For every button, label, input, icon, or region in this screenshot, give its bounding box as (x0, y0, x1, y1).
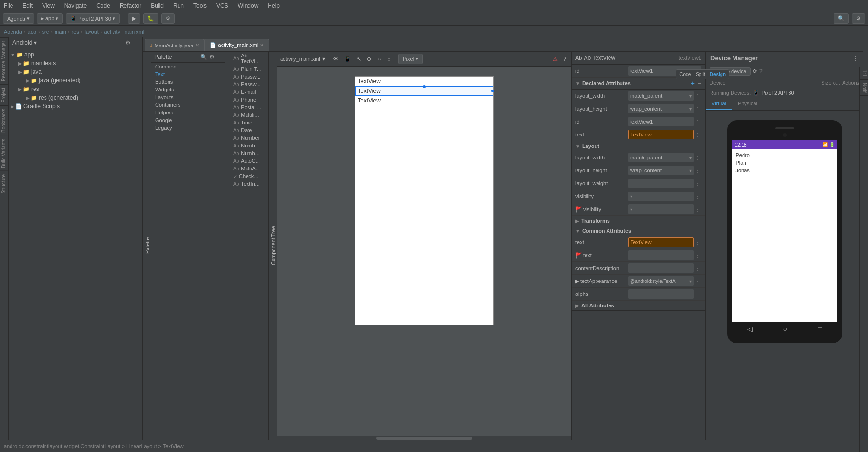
tree-item-res-generated[interactable]: ▶ 📁 res (generated) (9, 93, 142, 102)
debug-button[interactable]: 🐛 (143, 13, 158, 24)
layout-width-icon[interactable]: ⋮ (694, 154, 701, 161)
run-config-selector[interactable]: ▸ app ▾ (37, 13, 63, 24)
minimize-icon[interactable]: — (216, 54, 222, 60)
visibility-flag-dropdown[interactable]: ▾ (628, 204, 694, 214)
palette-item-multiline[interactable]: Ab Multili... (225, 111, 268, 119)
palette-category-layouts[interactable]: Layouts (151, 93, 225, 101)
textview-2[interactable]: TextView (355, 86, 493, 96)
tree-item-java-generated[interactable]: ▶ 📁 java (generated) (9, 76, 142, 85)
common-text-flag-field[interactable] (628, 250, 694, 260)
layout-weight-icon[interactable]: ⋮ (694, 180, 701, 187)
error-indicator[interactable]: ⚠ (551, 55, 560, 63)
running-device-name[interactable]: Pixel 2 API 30 (761, 90, 794, 96)
palette-item-checkbox[interactable]: ✓ Check... (225, 172, 268, 180)
build-variants-tab[interactable]: Build Variants (0, 136, 8, 171)
text-appearance-dropdown[interactable]: @android:style/TextA ▾ (628, 276, 694, 286)
project-selector[interactable]: Agenda ▾ (3, 13, 34, 24)
menu-help[interactable]: Help (266, 1, 282, 10)
eye-button[interactable]: 👁 (331, 55, 340, 63)
add-attribute-button[interactable]: + (691, 79, 695, 87)
running-tab[interactable]: Notif (860, 80, 863, 96)
all-attributes-section[interactable]: ▶ All Attributes (572, 301, 705, 311)
breadcrumb-project[interactable]: Agenda (4, 29, 22, 34)
back-button[interactable]: ◁ (747, 325, 753, 333)
menu-view[interactable]: View (40, 1, 56, 10)
common-text-icon[interactable]: ⋮ (694, 238, 701, 246)
menu-navigate[interactable]: Navigate (62, 1, 89, 10)
structure-tab[interactable]: Structure (0, 171, 8, 197)
text-extra[interactable]: ⋮ (694, 131, 701, 138)
visibility-icon[interactable]: ⋮ (694, 192, 701, 200)
help-icon[interactable]: ? (759, 68, 763, 75)
alpha-icon[interactable]: ⋮ (694, 290, 701, 298)
palette-item-textinputlayout[interactable]: Ab TextIn... (225, 180, 268, 188)
menu-file[interactable]: File (2, 1, 15, 10)
palette-category-legacy[interactable]: Legacy (151, 124, 225, 132)
palette-item-textview[interactable]: Ab Ab TextVi... (225, 52, 268, 65)
layout-width-dropdown[interactable]: match_parent ▾ (628, 153, 694, 162)
common-text-flag-icon[interactable]: ⋮ (694, 251, 701, 259)
breadcrumb-file[interactable]: activity_main.xml (104, 29, 144, 34)
breadcrumb-res[interactable]: res (72, 29, 79, 34)
menu-build[interactable]: Build (149, 1, 166, 10)
tree-item-gradle[interactable]: ▶ 📄 Gradle Scripts (9, 102, 142, 111)
palette-item-password2[interactable]: Ab Passw... (225, 80, 268, 88)
horizontal-scrollbar[interactable] (277, 436, 571, 440)
alpha-field[interactable] (628, 289, 694, 299)
palette-category-google[interactable]: Google (151, 116, 225, 124)
text-field[interactable]: TextView (628, 130, 694, 139)
anchor-button[interactable]: ⊕ (365, 55, 373, 63)
palette-item-email[interactable]: Ab E-mail (225, 88, 268, 96)
palette-category-containers[interactable]: Containers (151, 101, 225, 109)
breadcrumb-layout[interactable]: layout (84, 29, 98, 34)
palette-vertical-tab[interactable]: Palette (143, 52, 151, 440)
project-tab[interactable]: Project (0, 84, 8, 105)
layout-weight-field[interactable] (628, 179, 694, 188)
menu-run[interactable]: Run (171, 1, 186, 10)
menu-vcs[interactable]: VCS (214, 1, 230, 10)
phone-button[interactable]: 📱 (342, 55, 353, 63)
content-description-icon[interactable]: ⋮ (694, 264, 701, 272)
arrows-h-button[interactable]: ↔ (375, 55, 384, 63)
palette-item-phone[interactable]: Ab Phone (225, 96, 268, 103)
palette-item-number[interactable]: Ab Number (225, 134, 268, 142)
cursor-button[interactable]: ↖ (355, 55, 363, 63)
notifications-tab[interactable]: 1:1 (860, 67, 863, 80)
id-field[interactable]: textView1 (628, 117, 694, 126)
palette-category-buttons[interactable]: Buttons (151, 78, 225, 86)
visibility-dropdown[interactable]: ▾ (628, 192, 694, 201)
file-selector[interactable]: activity_main.xml (280, 56, 320, 62)
palette-item-plaintextview[interactable]: Ab Plain T... (225, 65, 268, 73)
common-text-field[interactable]: TextView (628, 237, 694, 247)
settings-button[interactable]: ⚙ (161, 13, 175, 24)
menu-tools[interactable]: Tools (192, 1, 209, 10)
text-appearance-icon[interactable]: ⋮ (694, 277, 701, 285)
palette-category-common[interactable]: Common (151, 63, 225, 70)
transforms-section[interactable]: ▶ Transforms (572, 216, 705, 226)
menu-window[interactable]: Window (236, 1, 260, 10)
tab-mainactivity[interactable]: J MainActivity.java ✕ (145, 39, 204, 51)
virtual-tab[interactable]: Virtual (706, 98, 732, 110)
tree-item-java[interactable]: ▶ 📁 java (9, 68, 142, 76)
menu-code[interactable]: Code (94, 1, 112, 10)
close-icon[interactable]: ✕ (260, 43, 264, 48)
search-icon[interactable]: 🔍 (200, 54, 207, 60)
minimize-icon[interactable]: — (133, 39, 138, 46)
settings-ide-button[interactable]: ⚙ (852, 13, 865, 24)
palette-category-helpers[interactable]: Helpers (151, 109, 225, 116)
dm-options-icon[interactable]: ⋮ (853, 55, 858, 62)
layout-height-value[interactable]: wrap_content ▾ (628, 104, 694, 113)
run-button[interactable]: ▶ (128, 13, 140, 24)
layout-section[interactable]: ▼ Layout (572, 141, 705, 151)
device-selector[interactable]: Pixel ▾ (398, 54, 423, 64)
layout-height-extra[interactable]: ⋮ (694, 105, 701, 113)
close-icon[interactable]: ✕ (195, 43, 199, 48)
palette-item-date[interactable]: Ab Date (225, 126, 268, 134)
physical-tab[interactable]: Physical (732, 98, 763, 110)
menu-refactor[interactable]: Refactor (118, 1, 143, 10)
content-description-field[interactable] (628, 263, 694, 273)
palette-item-password[interactable]: Ab Passw... (225, 73, 268, 80)
id-extra[interactable]: ⋮ (694, 118, 701, 125)
resource-manager-tab[interactable]: Resource Manager (0, 37, 8, 84)
palette-category-widgets[interactable]: Widgets (151, 86, 225, 93)
